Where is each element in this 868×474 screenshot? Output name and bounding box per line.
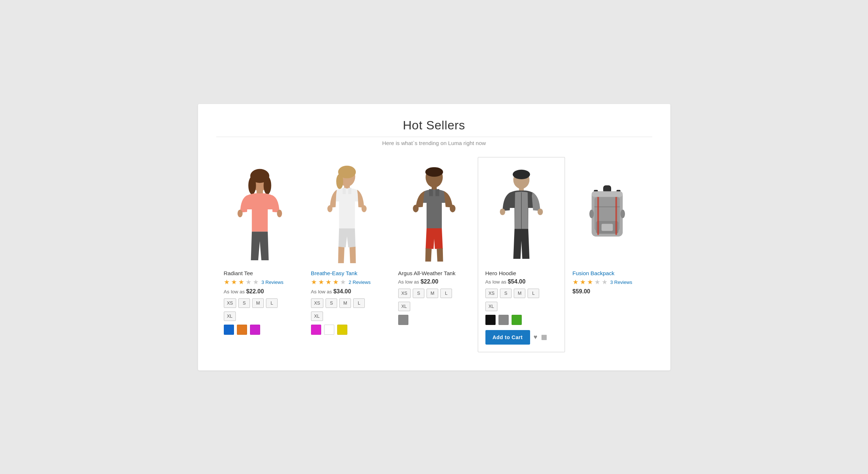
size-options-row2-breathe-easy-tank: XL — [311, 312, 383, 321]
star-1: ★ — [224, 278, 230, 286]
star-4: ★ — [333, 278, 339, 286]
price-value-hero-hoodie: $54.00 — [508, 278, 525, 285]
size-btn-m[interactable]: M — [339, 298, 351, 308]
product-card-radiant-tee[interactable]: Radiant Tee ★★★★★ 3 Reviews As low as $2… — [216, 157, 303, 352]
star-2: ★ — [231, 278, 237, 286]
star-4: ★ — [246, 278, 251, 286]
product-card-argus-all-weather-tank[interactable]: Argus All-Weather TankAs low as $22.00XS… — [391, 157, 478, 352]
price-line-hero-hoodie: As low as $54.00 — [485, 278, 557, 285]
color-swatch-2[interactable] — [250, 325, 260, 335]
color-options-argus-all-weather-tank — [398, 315, 470, 325]
size-options-radiant-tee: XSSML — [224, 298, 296, 308]
size-options-row2-radiant-tee: XL — [224, 312, 296, 321]
size-options-hero-hoodie: XSSML — [485, 289, 557, 298]
product-card-breathe-easy-tank[interactable]: Breathe-Easy Tank ★★★★★ 2 Reviews As low… — [303, 157, 391, 352]
product-name-fusion-backpack: Fusion Backpack — [573, 270, 645, 276]
size-btn-s[interactable]: S — [326, 298, 337, 308]
product-stars-fusion-backpack: ★★★★★ 3 Reviews — [573, 278, 645, 286]
product-card-fusion-backpack[interactable]: Fusion Backpack ★★★★★ 3 Reviews $59.00 — [565, 157, 652, 352]
product-name-argus-all-weather-tank: Argus All-Weather Tank — [398, 270, 470, 276]
color-swatch-0[interactable] — [485, 315, 496, 325]
wishlist-icon[interactable]: ♥ — [534, 333, 537, 341]
price-value-fusion-backpack: $59.00 — [573, 288, 645, 295]
size-btn-m[interactable]: M — [514, 289, 525, 298]
size-btn-l[interactable]: L — [353, 298, 365, 308]
product-image-fusion-backpack — [573, 163, 645, 265]
star-5: ★ — [253, 278, 259, 286]
size-btn-xl[interactable]: XL — [485, 302, 497, 311]
star-1: ★ — [311, 278, 317, 286]
size-options-breathe-easy-tank: XSSML — [311, 298, 383, 308]
size-btn-s[interactable]: S — [500, 289, 512, 298]
star-5: ★ — [340, 278, 346, 286]
color-swatch-0[interactable] — [311, 325, 321, 335]
product-name-hero-hoodie: Hero Hoodie — [485, 270, 557, 276]
size-options-row2-argus-all-weather-tank: XL — [398, 302, 470, 311]
price-line-radiant-tee: As low as $22.00 — [224, 288, 296, 295]
color-options-breathe-easy-tank — [311, 325, 383, 335]
color-swatch-0[interactable] — [398, 315, 408, 325]
action-icons-hero-hoodie: ♥ ▦ — [534, 333, 547, 341]
product-image-breathe-easy-tank — [311, 163, 383, 265]
color-options-hero-hoodie — [485, 315, 557, 325]
product-stars-radiant-tee: ★★★★★ 3 Reviews — [224, 278, 296, 286]
reviews-link-breathe-easy-tank[interactable]: 2 Reviews — [349, 280, 371, 285]
product-link-fusion-backpack[interactable]: Fusion Backpack — [573, 270, 615, 276]
section-divider — [216, 137, 652, 137]
star-1: ★ — [573, 278, 578, 286]
product-image-argus-all-weather-tank — [398, 163, 470, 265]
star-5: ★ — [602, 278, 607, 286]
color-options-radiant-tee — [224, 325, 296, 335]
color-swatch-2[interactable] — [512, 315, 522, 325]
product-name-breathe-easy-tank: Breathe-Easy Tank — [311, 270, 383, 276]
price-line-breathe-easy-tank: As low as $34.00 — [311, 288, 383, 295]
size-btn-xs[interactable]: XS — [224, 298, 237, 308]
size-btn-l[interactable]: L — [266, 298, 278, 308]
price-value-radiant-tee: $22.00 — [246, 288, 264, 294]
color-swatch-1[interactable] — [498, 315, 509, 325]
reviews-link-radiant-tee[interactable]: 3 Reviews — [262, 280, 283, 285]
product-link-breathe-easy-tank[interactable]: Breathe-Easy Tank — [311, 270, 358, 276]
size-btn-s[interactable]: S — [238, 298, 250, 308]
product-image-hero-hoodie — [485, 163, 557, 265]
size-btn-xl[interactable]: XL — [398, 302, 410, 311]
compare-icon[interactable]: ▦ — [541, 333, 547, 341]
size-btn-xs[interactable]: XS — [485, 289, 498, 298]
color-swatch-1[interactable] — [324, 325, 334, 335]
section-subtitle: Here is what`s trending on Luma right no… — [216, 140, 652, 146]
section-title: Hot Sellers — [216, 118, 652, 132]
star-3: ★ — [326, 278, 331, 286]
reviews-link-fusion-backpack[interactable]: 3 Reviews — [610, 280, 632, 285]
size-btn-xs[interactable]: XS — [398, 289, 411, 298]
size-btn-l[interactable]: L — [528, 289, 539, 298]
star-3: ★ — [587, 278, 593, 286]
star-3: ★ — [238, 278, 244, 286]
size-btn-xs[interactable]: XS — [311, 298, 324, 308]
bottom-actions-hero-hoodie: Add to Cart ♥ ▦ — [485, 330, 557, 345]
add-to-cart-button[interactable]: Add to Cart — [485, 330, 530, 345]
product-name-radiant-tee: Radiant Tee — [224, 270, 296, 276]
size-options-row2-hero-hoodie: XL — [485, 302, 557, 311]
size-btn-xl[interactable]: XL — [311, 312, 323, 321]
size-btn-m[interactable]: M — [252, 298, 264, 308]
size-btn-m[interactable]: M — [427, 289, 438, 298]
star-4: ★ — [594, 278, 600, 286]
star-2: ★ — [580, 278, 586, 286]
products-grid: Radiant Tee ★★★★★ 3 Reviews As low as $2… — [216, 157, 652, 352]
size-btn-s[interactable]: S — [413, 289, 424, 298]
product-stars-breathe-easy-tank: ★★★★★ 2 Reviews — [311, 278, 383, 286]
price-value-argus-all-weather-tank: $22.00 — [420, 278, 438, 285]
size-btn-l[interactable]: L — [440, 289, 452, 298]
size-btn-xl[interactable]: XL — [224, 312, 236, 321]
color-swatch-1[interactable] — [237, 325, 247, 335]
price-line-argus-all-weather-tank: As low as $22.00 — [398, 278, 470, 285]
star-2: ★ — [318, 278, 324, 286]
product-image-radiant-tee — [224, 163, 296, 265]
product-card-hero-hoodie[interactable]: Hero HoodieAs low as $54.00XSSMLXL Add t… — [478, 157, 565, 352]
color-swatch-2[interactable] — [337, 325, 347, 335]
color-swatch-0[interactable] — [224, 325, 234, 335]
hot-sellers-section: Hot Sellers Here is what`s trending on L… — [198, 104, 670, 370]
price-value-breathe-easy-tank: $34.00 — [333, 288, 351, 294]
size-options-argus-all-weather-tank: XSSML — [398, 289, 470, 298]
